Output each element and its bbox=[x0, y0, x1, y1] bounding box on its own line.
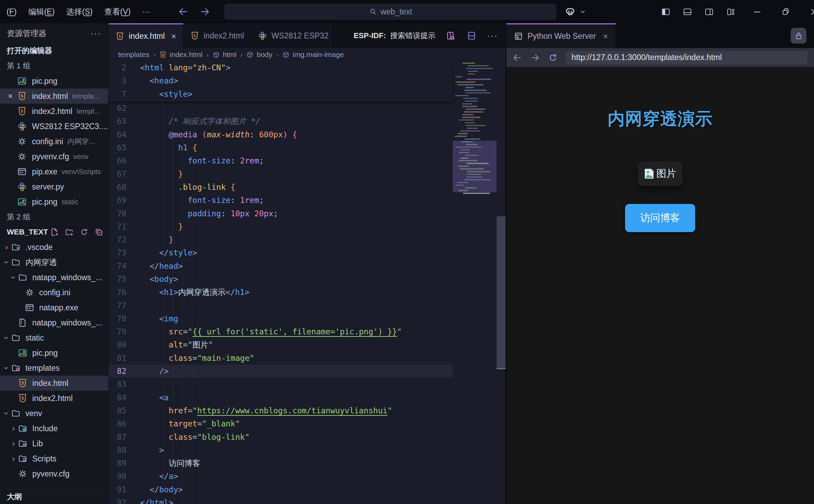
breadcrumb-item[interactable]: index.html bbox=[170, 50, 203, 59]
browser-forward-button[interactable] bbox=[530, 53, 540, 62]
code-editor[interactable]: 6263 /* 响应式字体和图片 */64 @media (max-width:… bbox=[109, 61, 506, 504]
tree-item[interactable]: ›内网穿透 bbox=[0, 255, 108, 270]
open-editor-item[interactable]: config.ini内网穿... bbox=[0, 134, 108, 149]
minimap-line bbox=[466, 108, 485, 110]
browser-reload-button[interactable] bbox=[548, 53, 558, 62]
visit-blog-button[interactable]: 访问博客 bbox=[625, 204, 695, 232]
chevron-right-icon[interactable]: › bbox=[9, 424, 18, 433]
menu-item[interactable]: 编辑(E) bbox=[22, 0, 60, 23]
history-forward-button[interactable] bbox=[200, 7, 210, 17]
tree-item[interactable]: ›Include bbox=[0, 421, 108, 436]
toggle-panel-button[interactable] bbox=[683, 7, 692, 16]
chevron-down-icon[interactable]: › bbox=[2, 364, 11, 373]
code-line: 2<html lang="zh-CN"> bbox=[109, 61, 453, 74]
minimize-button[interactable] bbox=[753, 7, 762, 16]
menu-item[interactable]: (F) bbox=[1, 0, 22, 23]
outline-header[interactable]: 大纲 bbox=[0, 489, 108, 504]
refresh-icon[interactable] bbox=[80, 228, 89, 237]
tree-item[interactable]: ›Lib bbox=[0, 436, 108, 451]
tab-python-web-server[interactable]: Python Web Server × bbox=[506, 23, 616, 48]
open-editors-list: 第 1 组pic.png×5index.htmltempla...5index2… bbox=[0, 58, 108, 225]
open-editor-item[interactable]: ×5index.htmltempla... bbox=[0, 89, 108, 104]
lock-button[interactable] bbox=[791, 28, 806, 44]
workspace-header[interactable]: WEB_TEXT bbox=[0, 225, 108, 240]
esp-idf-action-label[interactable]: 搜索错误提示 bbox=[390, 31, 436, 40]
menu-overflow-button[interactable]: ··· bbox=[136, 0, 156, 23]
collapse-folders-icon[interactable] bbox=[94, 228, 103, 237]
close-icon[interactable]: × bbox=[171, 32, 176, 41]
tree-item[interactable]: natapp_windows_... bbox=[0, 315, 108, 330]
minimap[interactable] bbox=[453, 61, 497, 197]
chevron-down-icon[interactable]: › bbox=[2, 333, 11, 342]
symbol-icon bbox=[282, 51, 290, 58]
file-icon bbox=[11, 242, 21, 252]
tree-item[interactable]: pic.png bbox=[0, 345, 108, 360]
history-back-button[interactable] bbox=[178, 7, 188, 17]
tab-label: WS2812 ESP32 bbox=[271, 31, 328, 41]
chevron-down-icon[interactable]: › bbox=[9, 273, 18, 282]
chevron-down-icon[interactable]: › bbox=[2, 409, 11, 418]
search-editor-icon[interactable] bbox=[446, 31, 456, 41]
open-editors-header[interactable]: 打开的编辑器 bbox=[0, 43, 108, 58]
browser-back-button[interactable] bbox=[512, 53, 522, 62]
menu-item[interactable]: 查看(V) bbox=[99, 0, 137, 23]
split-editor-down-icon[interactable] bbox=[466, 31, 477, 41]
new-file-icon[interactable] bbox=[50, 228, 59, 237]
tree-item[interactable]: ›.vscode bbox=[0, 240, 108, 255]
tab-index2.html[interactable]: 5index2.html bbox=[183, 23, 251, 48]
close-window-button[interactable] bbox=[810, 7, 814, 16]
file-path-hint: venv\Scripts bbox=[61, 168, 101, 176]
minimap-line bbox=[465, 87, 474, 88]
tree-item[interactable]: ›natapp_windows_... bbox=[0, 270, 108, 285]
tree-item[interactable]: 5index.html bbox=[0, 376, 108, 391]
chevron-right-icon[interactable]: › bbox=[9, 439, 18, 448]
restore-button[interactable] bbox=[781, 7, 790, 16]
editor-scrollbar[interactable] bbox=[497, 61, 506, 504]
open-editor-item[interactable]: pic.png bbox=[0, 73, 108, 89]
scrollbar-slider[interactable] bbox=[497, 216, 506, 369]
file-icon bbox=[18, 273, 27, 282]
file-name: natapp_windows_... bbox=[32, 318, 102, 328]
chevron-down-icon[interactable]: › bbox=[2, 258, 11, 267]
close-icon[interactable]: × bbox=[603, 32, 608, 41]
chevron-right-icon[interactable]: › bbox=[2, 242, 11, 252]
code-line: 68 .blog-link { bbox=[109, 181, 453, 194]
code-line: 88 > bbox=[109, 444, 453, 457]
copilot-button[interactable] bbox=[564, 6, 586, 18]
minimap-line bbox=[464, 90, 487, 91]
tab-ws2812-esp32[interactable]: WS2812 ESP32 bbox=[251, 23, 333, 48]
open-editor-item[interactable]: WS2812 ESP32C3.... bbox=[0, 119, 108, 134]
tree-item[interactable]: natapp.exe bbox=[0, 300, 108, 315]
close-icon[interactable]: × bbox=[3, 91, 17, 101]
tree-item[interactable]: pyvenv.cfg bbox=[0, 466, 108, 481]
breadcrumb-item[interactable]: body bbox=[257, 50, 272, 59]
tree-item[interactable]: config.ini bbox=[0, 285, 108, 300]
more-actions-button[interactable]: ··· bbox=[487, 31, 498, 41]
breadcrumb-item[interactable]: templates bbox=[118, 50, 149, 59]
breadcrumb-item[interactable]: html bbox=[223, 50, 237, 59]
sidebar-more-button[interactable]: ··· bbox=[90, 28, 101, 39]
open-editor-item[interactable]: pyvenv.cfgvenv bbox=[0, 149, 108, 164]
minimap-viewport[interactable] bbox=[453, 141, 497, 192]
open-editor-item[interactable]: server.py bbox=[0, 179, 108, 194]
new-folder-icon[interactable] bbox=[65, 228, 74, 237]
toggle-primary-sidebar-button[interactable] bbox=[661, 7, 670, 16]
browser-url-input[interactable]: http://127.0.0.1:3000/templates/index.ht… bbox=[566, 51, 808, 64]
customize-layout-button[interactable] bbox=[726, 7, 735, 16]
chevron-right-icon[interactable]: › bbox=[9, 454, 18, 463]
command-center-search[interactable]: web_text bbox=[225, 4, 556, 20]
toggle-secondary-sidebar-button[interactable] bbox=[704, 7, 714, 16]
open-editor-item[interactable]: pip.exevenv\Scripts bbox=[0, 164, 108, 179]
breadcrumb[interactable]: templates›5index.html›html›body›img.main… bbox=[109, 48, 506, 61]
tree-item[interactable]: ›static bbox=[0, 330, 108, 345]
breadcrumb-item[interactable]: img.main-image bbox=[293, 50, 344, 59]
open-editor-item[interactable]: 5index2.htmltempl... bbox=[0, 104, 108, 119]
tree-item[interactable]: ›Scripts bbox=[0, 451, 108, 466]
open-editor-item[interactable]: pic.pngstatic bbox=[0, 194, 108, 209]
tree-item[interactable]: ›templates bbox=[0, 360, 108, 376]
menu-item[interactable]: 选择(S) bbox=[60, 0, 99, 23]
code-line: 66 font-size: 2rem; bbox=[109, 154, 453, 167]
tree-item[interactable]: 5index2.html bbox=[0, 391, 108, 406]
tab-index.html[interactable]: 5index.html× bbox=[109, 23, 183, 48]
tree-item[interactable]: ›venv bbox=[0, 406, 108, 421]
